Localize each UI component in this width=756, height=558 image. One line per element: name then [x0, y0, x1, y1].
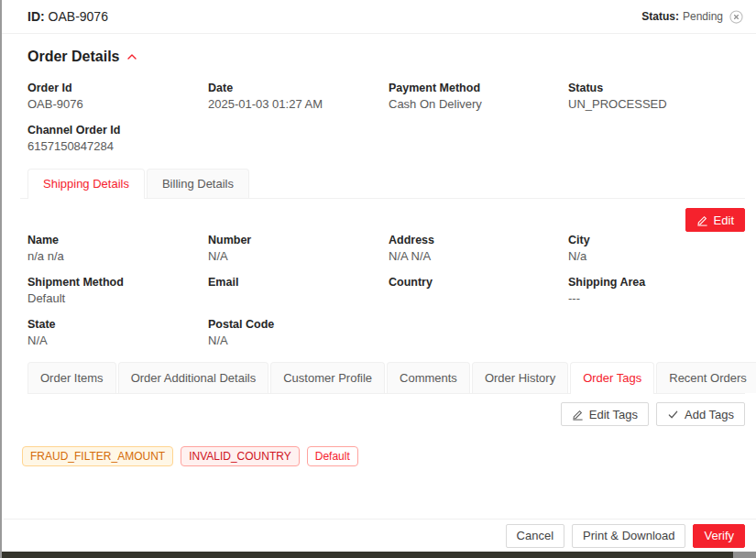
tag-default: Default [307, 446, 358, 466]
tab-label: Recent Orders [669, 371, 747, 385]
field-label: Payment Method [389, 80, 561, 96]
tab-label: Order History [485, 371, 555, 385]
edit-tags-label: Edit Tags [589, 408, 638, 421]
pencil-icon [572, 409, 584, 421]
order-detail-modal: ID: OAB-9076 Status: Pending Order Detai… [0, 0, 756, 558]
address-tabbar: Shipping Details Billing Details [20, 169, 745, 199]
field-label: Channel Order Id [27, 122, 201, 138]
tab-label: Customer Profile [283, 371, 372, 385]
field-value: N/a [568, 248, 738, 265]
field-label: Postal Code [208, 316, 381, 333]
field-value: N/A N/A [389, 248, 561, 265]
edit-button-label: Edit [714, 213, 734, 227]
tab-label: Billing Details [162, 177, 234, 191]
field-label: City [568, 232, 738, 248]
order-id-heading: ID: OAB-9076 [27, 9, 108, 24]
tag-actions: Edit Tags Add Tags [27, 402, 745, 426]
order-id-value: OAB-9076 [49, 9, 108, 24]
modal-body: Order Details Order Id OAB-9076 Date 202… [2, 34, 756, 466]
field-value: n/a n/a [27, 248, 201, 265]
shipping-actions: Edit [27, 208, 745, 232]
modal-header: ID: OAB-9076 Status: Pending [2, 0, 756, 34]
field-shipment-method: Shipment Method Default [27, 274, 208, 307]
print-download-button[interactable]: Print & Download [572, 524, 685, 548]
field-value: 6157150847284 [27, 138, 201, 155]
field-label: Date [208, 80, 381, 96]
detail-tabbar: Order Items Order Additional Details Cus… [27, 362, 745, 394]
verify-label: Verify [704, 529, 734, 542]
field-value: 2025-01-03 01:27 AM [208, 96, 381, 113]
tab-label: Order Additional Details [131, 371, 257, 385]
field-label: Name [27, 232, 201, 248]
tab-label: Shipping Details [43, 177, 129, 191]
field-channel-order-id: Channel Order Id 6157150847284 [27, 122, 208, 155]
add-tags-label: Add Tags [685, 408, 734, 421]
field-label: Shipping Area [568, 274, 738, 290]
tab-order-tags[interactable]: Order Tags [570, 362, 654, 393]
print-download-label: Print & Download [583, 529, 674, 542]
field-label: Address [389, 232, 561, 248]
field-number: Number N/A [208, 232, 389, 265]
status-value: Pending [683, 10, 723, 23]
field-shipping-area: Shipping Area --- [568, 274, 745, 307]
field-order-id: Order Id OAB-9076 [27, 80, 208, 113]
field-country: Country [389, 274, 568, 307]
section-title: Order Details [27, 49, 119, 65]
field-label: State [27, 316, 201, 333]
modal-footer: Cancel Print & Download Verify [4, 519, 756, 552]
field-payment-method: Payment Method Cash On Delivery [389, 80, 568, 113]
field-status: Status UN_PROCESSED [568, 80, 745, 113]
field-label: Country [389, 274, 561, 290]
order-details-collapse-toggle[interactable]: Order Details [27, 49, 745, 65]
order-tags-list: FRAUD_FILTER_AMOUNT INVALID_COUNTRY Defa… [22, 446, 745, 466]
verify-button[interactable]: Verify [693, 524, 745, 548]
tab-recent-orders[interactable]: Recent Orders [656, 362, 756, 393]
chevron-up-icon [126, 51, 137, 62]
field-value: N/A [27, 333, 201, 349]
tag-invalid-country: INVALID_COUNTRY [181, 446, 300, 466]
background-scrollbar-corner [733, 552, 756, 558]
field-value: Default [27, 290, 201, 307]
tag-fraud-filter-amount: FRAUD_FILTER_AMOUNT [22, 446, 173, 466]
edit-shipping-button[interactable]: Edit [685, 208, 745, 232]
field-postal-code: Postal Code N/A [208, 316, 389, 349]
field-value: --- [568, 290, 738, 307]
status-badge: Status: Pending [641, 10, 743, 24]
check-icon [667, 409, 679, 421]
tab-order-history[interactable]: Order History [472, 362, 568, 393]
pencil-icon [696, 214, 708, 226]
field-city: City N/a [568, 232, 745, 265]
field-value [208, 290, 381, 307]
tab-customer-profile[interactable]: Customer Profile [270, 362, 385, 393]
field-label: Number [208, 232, 381, 248]
tab-label: Order Tags [583, 371, 641, 385]
field-date: Date 2025-01-03 01:27 AM [208, 80, 389, 113]
background-bottom-edge [2, 552, 756, 558]
field-value: OAB-9076 [27, 96, 201, 113]
tab-order-items[interactable]: Order Items [27, 362, 116, 393]
status-close-icon[interactable] [729, 10, 743, 24]
tab-label: Order Items [40, 371, 104, 385]
field-value: N/A [208, 248, 381, 265]
shipping-fields-grid: Name n/a n/a Number N/A Address N/A N/A … [27, 232, 745, 358]
field-email: Email [208, 274, 389, 307]
tab-billing-details[interactable]: Billing Details [147, 169, 249, 198]
field-address: Address N/A N/A [389, 232, 568, 265]
order-id-label: ID: [27, 9, 45, 24]
field-label: Status [568, 80, 738, 96]
tab-shipping-details[interactable]: Shipping Details [27, 169, 145, 198]
field-value: UN_PROCESSED [568, 96, 738, 113]
edit-tags-button[interactable]: Edit Tags [561, 402, 649, 426]
field-value: N/A [208, 333, 381, 349]
tab-order-additional-details[interactable]: Order Additional Details [118, 362, 269, 393]
add-tags-button[interactable]: Add Tags [656, 402, 745, 426]
field-label: Order Id [27, 80, 201, 96]
cancel-label: Cancel [517, 529, 553, 542]
field-label: Shipment Method [27, 274, 201, 290]
field-state: State N/A [27, 316, 208, 349]
tab-comments[interactable]: Comments [387, 362, 470, 393]
field-label: Email [208, 274, 381, 290]
background-dark-bar [2, 552, 733, 558]
cancel-button[interactable]: Cancel [506, 524, 564, 548]
field-value [389, 290, 561, 307]
